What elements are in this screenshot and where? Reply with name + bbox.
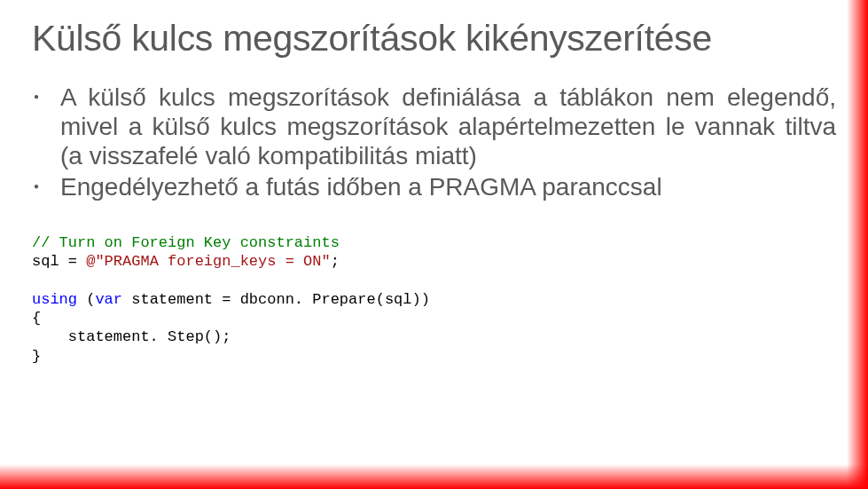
code-text: sql = — [32, 253, 86, 270]
code-text: statement. Step(); — [32, 328, 231, 345]
code-keyword: var — [95, 291, 122, 308]
code-comment: // Turn on Foreign Key constraints — [32, 234, 340, 251]
code-text: ( — [77, 291, 95, 308]
code-block: // Turn on Foreign Key constraints sql =… — [32, 233, 836, 366]
slide-title: Külső kulcs megszorítások kikényszerítés… — [32, 18, 836, 59]
decorative-edge-bottom — [0, 464, 868, 489]
code-text: { — [32, 310, 41, 327]
code-text: ; — [331, 253, 340, 270]
code-string: @"PRAGMA foreign_keys = ON" — [86, 253, 330, 270]
slide: Külső kulcs megszorítások kikényszerítés… — [0, 0, 868, 489]
code-text: statement = dbconn. Prepare(sql)) — [122, 291, 430, 308]
decorative-edge-right — [847, 0, 868, 489]
code-keyword: using — [32, 291, 77, 308]
bullet-list: A külső kulcs megszorítások definiálása … — [32, 83, 836, 201]
code-text: } — [32, 348, 41, 365]
bullet-item: Engedélyezhető a futás időben a PRAGMA p… — [60, 172, 836, 201]
bullet-item: A külső kulcs megszorítások definiálása … — [60, 83, 836, 170]
